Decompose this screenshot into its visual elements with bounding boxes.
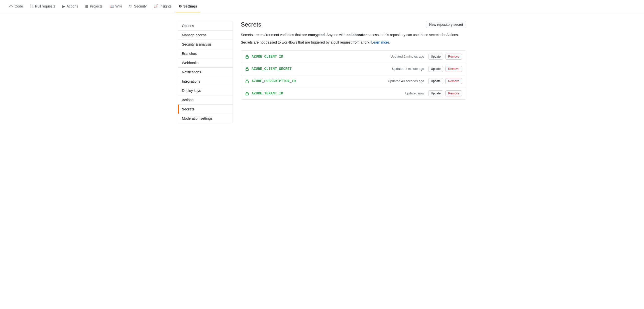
sidebar-item-webhooks[interactable]: Webhooks: [178, 58, 233, 68]
sidebar-item-notifications[interactable]: Notifications: [178, 68, 233, 77]
secret-updated-azure-client-id: Updated 2 minutes ago: [390, 55, 424, 58]
code-icon: <>: [9, 5, 13, 8]
settings-icon: ⚙: [179, 5, 182, 8]
new-repository-secret-button[interactable]: New repository secret: [426, 21, 466, 28]
secret-name-azure-tenant-id: AZURE_TENANT_ID: [252, 91, 405, 95]
update-button-azure-client-id[interactable]: Update: [428, 54, 444, 60]
nav-wiki[interactable]: 📖 Wiki: [106, 1, 125, 12]
nav-settings-label: Settings: [183, 4, 197, 8]
nav-projects[interactable]: ▦ Projects: [82, 1, 106, 12]
svg-rect-1: [246, 69, 248, 71]
remove-button-azure-client-secret[interactable]: Remove: [445, 66, 462, 72]
nav-pull-requests-label: Pull requests: [35, 4, 55, 8]
secret-name-azure-client-id: AZURE_CLIENT_ID: [252, 55, 390, 59]
nav-projects-label: Projects: [90, 4, 103, 8]
secret-row-azure-client-secret: AZURE_CLIENT_SECRET Updated 1 minute ago…: [241, 63, 466, 75]
secret-actions-azure-subscription-id: Update Remove: [428, 78, 462, 84]
update-button-azure-client-secret[interactable]: Update: [428, 66, 444, 72]
secret-row-azure-tenant-id: AZURE_TENANT_ID Updated now Update Remov…: [241, 87, 466, 99]
secret-name-azure-client-secret: AZURE_CLIENT_SECRET: [252, 67, 392, 71]
page-layout: Options Manage access Security & analysi…: [172, 13, 472, 131]
main-content: Secrets New repository secret Secrets ar…: [241, 21, 466, 123]
sidebar-item-branches[interactable]: Branches: [178, 49, 233, 58]
description-line2: Secrets are not passed to workflows that…: [241, 40, 466, 45]
secret-actions-azure-client-secret: Update Remove: [428, 66, 462, 72]
lock-svg: [245, 55, 249, 59]
sidebar-item-security-analysis[interactable]: Security & analysis: [178, 40, 233, 49]
lock-icon-azure-client-secret: [245, 67, 249, 71]
sidebar-item-deploy-keys[interactable]: Deploy keys: [178, 86, 233, 95]
nav-insights[interactable]: 📈 Insights: [151, 1, 174, 12]
nav-wiki-label: Wiki: [115, 4, 122, 8]
nav-security[interactable]: 🛡 Security: [126, 1, 150, 12]
pull-request-icon: [30, 4, 34, 8]
page-title: Secrets: [241, 21, 261, 28]
secret-name-azure-subscription-id: AZURE_SUBSCRIPTION_ID: [252, 79, 388, 83]
secret-updated-azure-client-secret: Updated 1 minute ago: [392, 67, 424, 71]
lock-svg-4: [245, 91, 249, 95]
lock-icon-azure-subscription-id: [245, 79, 249, 83]
nav-pull-requests[interactable]: Pull requests: [27, 1, 58, 12]
nav-code-label: Code: [15, 4, 23, 8]
actions-icon: ▶: [62, 5, 65, 8]
description-encrypted: encrypted: [308, 33, 325, 37]
lock-svg-3: [245, 79, 249, 83]
remove-button-azure-subscription-id[interactable]: Remove: [445, 78, 462, 84]
lock-icon-azure-tenant-id: [245, 91, 249, 95]
security-icon: 🛡: [129, 5, 133, 8]
sidebar-item-moderation-settings[interactable]: Moderation settings: [178, 114, 233, 123]
update-button-azure-tenant-id[interactable]: Update: [428, 90, 444, 96]
page-header: Secrets New repository secret: [241, 21, 466, 28]
description-line1: Secrets are environment variables that a…: [241, 32, 466, 38]
sidebar-item-actions[interactable]: Actions: [178, 95, 233, 105]
lock-svg-2: [245, 67, 249, 71]
secret-updated-azure-subscription-id: Updated 40 seconds ago: [388, 79, 424, 83]
nav-actions[interactable]: ▶ Actions: [59, 1, 81, 12]
secret-actions-azure-client-id: Update Remove: [428, 54, 462, 60]
secret-row-azure-subscription-id: AZURE_SUBSCRIPTION_ID Updated 40 seconds…: [241, 75, 466, 87]
nav-settings[interactable]: ⚙ Settings: [176, 1, 200, 12]
top-navigation: <> Code Pull requests ▶ Actions ▦ Projec…: [0, 0, 644, 13]
remove-button-azure-client-id[interactable]: Remove: [445, 54, 462, 60]
secret-updated-azure-tenant-id: Updated now: [405, 91, 424, 95]
projects-icon: ▦: [85, 5, 88, 8]
lock-icon-azure-client-id: [245, 55, 249, 59]
secret-actions-azure-tenant-id: Update Remove: [428, 90, 462, 96]
sidebar-item-options[interactable]: Options: [178, 21, 233, 31]
sidebar-item-secrets[interactable]: Secrets: [178, 105, 233, 114]
nav-security-label: Security: [134, 4, 147, 8]
secret-row-azure-client-id: AZURE_CLIENT_ID Updated 2 minutes ago Up…: [241, 51, 466, 63]
nav-insights-label: Insights: [159, 4, 171, 8]
description-collaborator: collaborator: [347, 33, 367, 37]
nav-code[interactable]: <> Code: [6, 1, 26, 12]
svg-rect-3: [246, 93, 248, 95]
secrets-list: AZURE_CLIENT_ID Updated 2 minutes ago Up…: [241, 50, 466, 100]
svg-rect-2: [246, 81, 248, 83]
svg-rect-0: [246, 56, 248, 58]
sidebar-item-manage-access[interactable]: Manage access: [178, 31, 233, 40]
remove-button-azure-tenant-id[interactable]: Remove: [445, 90, 462, 96]
insights-icon: 📈: [154, 5, 158, 8]
settings-sidebar: Options Manage access Security & analysi…: [178, 21, 233, 123]
learn-more-link[interactable]: Learn more: [371, 40, 389, 44]
wiki-icon: 📖: [110, 5, 114, 8]
sidebar-item-integrations[interactable]: Integrations: [178, 77, 233, 86]
update-button-azure-subscription-id[interactable]: Update: [428, 78, 444, 84]
nav-actions-label: Actions: [67, 4, 78, 8]
